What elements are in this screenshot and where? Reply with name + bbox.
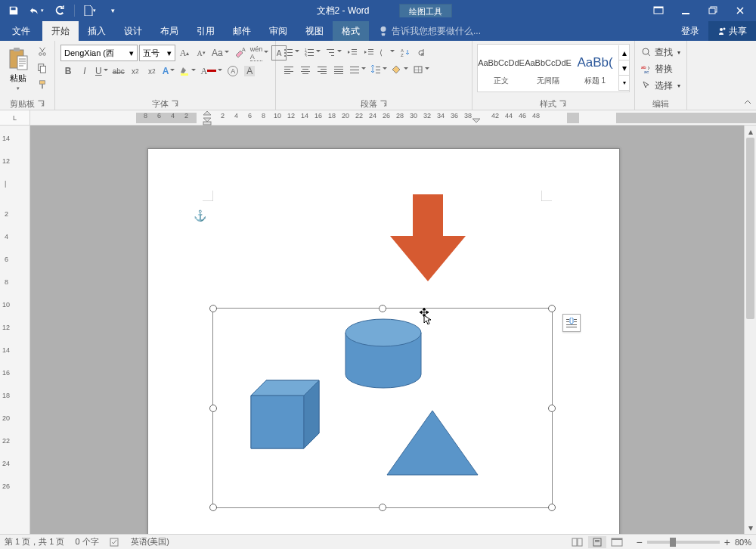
- vertical-ruler[interactable]: [0, 126, 30, 534]
- style-normal[interactable]: AaBbCcDdE正文: [478, 45, 525, 91]
- spellcheck-status[interactable]: [110, 538, 120, 547]
- qat-customize-button[interactable]: ▾: [102, 2, 123, 20]
- selection-box[interactable]: [212, 308, 553, 508]
- undo-button[interactable]: ▾: [26, 2, 47, 20]
- resize-handle-ne[interactable]: [548, 305, 556, 312]
- tab-file[interactable]: 文件: [0, 21, 42, 41]
- font-size-combo[interactable]: 五号▾: [139, 45, 175, 61]
- underline-button[interactable]: U: [94, 64, 110, 79]
- format-painter-button[interactable]: [35, 77, 50, 92]
- tab-insert[interactable]: 插入: [79, 21, 115, 41]
- web-layout-button[interactable]: [608, 536, 626, 548]
- save-button[interactable]: [3, 2, 24, 20]
- scroll-down-button[interactable]: ▾: [745, 522, 756, 534]
- resize-handle-sw[interactable]: [209, 504, 217, 511]
- resize-handle-se[interactable]: [548, 504, 556, 511]
- numbering-button[interactable]: 123: [302, 45, 322, 60]
- copy-button[interactable]: [35, 60, 50, 76]
- clear-format-button[interactable]: A: [232, 45, 247, 60]
- tab-view[interactable]: 视图: [296, 21, 333, 41]
- subscript-button[interactable]: x2: [128, 64, 143, 79]
- tab-mailings[interactable]: 邮件: [224, 21, 260, 41]
- resize-handle-n[interactable]: [379, 305, 386, 312]
- strikethrough-button[interactable]: abc: [111, 64, 126, 79]
- bullets-button[interactable]: [281, 45, 301, 60]
- tab-format[interactable]: 格式: [333, 21, 369, 41]
- change-case-button[interactable]: Aa: [210, 45, 231, 60]
- font-dialog-launcher[interactable]: [170, 99, 179, 108]
- bold-button[interactable]: B: [60, 64, 76, 79]
- style-heading1[interactable]: AaBb(标题 1: [572, 45, 618, 91]
- show-hide-button[interactable]: [414, 45, 429, 60]
- superscript-button[interactable]: x2: [144, 64, 160, 79]
- styles-scroll[interactable]: ▴▾▾: [618, 45, 629, 91]
- align-justify-button[interactable]: [331, 62, 346, 77]
- style-nospacing[interactable]: AaBbCcDdE无间隔: [525, 45, 572, 91]
- signin-button[interactable]: 登录: [672, 21, 708, 41]
- multilevel-button[interactable]: [324, 45, 343, 60]
- read-mode-button[interactable]: [569, 536, 587, 548]
- align-right-button[interactable]: [314, 62, 330, 77]
- vertical-scrollbar[interactable]: ▴ ▾: [744, 126, 756, 534]
- align-left-button[interactable]: [281, 62, 296, 77]
- font-family-combo[interactable]: DengXian (西▾: [60, 45, 138, 61]
- resize-handle-w[interactable]: [209, 405, 217, 412]
- distribute-button[interactable]: [348, 62, 367, 77]
- minimize-button[interactable]: [673, 2, 699, 20]
- text-effects-button[interactable]: A: [161, 64, 177, 79]
- resize-handle-nw[interactable]: [209, 305, 217, 312]
- page-number-status[interactable]: 第 1 页，共 1 页: [5, 536, 64, 547]
- select-button[interactable]: 选择▾: [638, 77, 683, 94]
- enclose-char-button[interactable]: A: [225, 64, 240, 79]
- resize-handle-e[interactable]: [548, 405, 556, 412]
- font-color-button[interactable]: A: [199, 64, 224, 79]
- scroll-up-button[interactable]: ▴: [745, 126, 756, 138]
- zoom-level[interactable]: 80%: [735, 538, 751, 547]
- styles-dialog-launcher[interactable]: [558, 99, 567, 108]
- collapse-ribbon-button[interactable]: [741, 96, 754, 108]
- new-doc-button[interactable]: ▾: [79, 2, 101, 20]
- cylinder-shape[interactable]: [338, 318, 429, 393]
- resize-handle-s[interactable]: [379, 504, 386, 511]
- paste-button[interactable]: 粘贴 ▾: [3, 42, 33, 95]
- tab-design[interactable]: 设计: [115, 21, 151, 41]
- replace-button[interactable]: abac替换: [638, 60, 676, 77]
- shading-button[interactable]: [390, 62, 410, 77]
- borders-button[interactable]: [411, 62, 431, 77]
- scroll-thumb[interactable]: [746, 138, 754, 319]
- tab-selector[interactable]: L: [0, 110, 30, 126]
- increase-indent-button[interactable]: [361, 45, 376, 60]
- zoom-in-button[interactable]: +: [724, 536, 730, 548]
- find-button[interactable]: 查找▾: [638, 44, 683, 60]
- down-arrow-shape[interactable]: [383, 194, 473, 281]
- word-count-status[interactable]: 0 个字: [75, 536, 98, 547]
- tab-references[interactable]: 引用: [187, 21, 224, 41]
- char-shading-button[interactable]: A: [242, 64, 257, 79]
- horizontal-ruler[interactable]: [30, 110, 756, 125]
- close-button[interactable]: [727, 2, 753, 20]
- asian-layout-button[interactable]: ⟨: [378, 45, 396, 60]
- zoom-slider[interactable]: [647, 541, 720, 544]
- grow-font-button[interactable]: A▴: [177, 45, 192, 60]
- print-layout-button[interactable]: [588, 536, 606, 548]
- document-viewport[interactable]: ⚓: [30, 126, 744, 534]
- language-status[interactable]: 英语(美国): [131, 536, 169, 547]
- clipboard-dialog-launcher[interactable]: [36, 99, 45, 108]
- tab-layout[interactable]: 布局: [151, 21, 187, 41]
- cut-button[interactable]: [35, 44, 50, 59]
- tab-review[interactable]: 审阅: [260, 21, 296, 41]
- shrink-font-button[interactable]: A▾: [194, 45, 209, 60]
- tell-me-search[interactable]: 告诉我您想要做什么...: [369, 21, 490, 41]
- styles-gallery[interactable]: AaBbCcDdE正文 AaBbCcDdE无间隔 AaBb(标题 1 ▴▾▾: [477, 44, 630, 92]
- triangle-shape[interactable]: [383, 407, 482, 479]
- redo-button[interactable]: [48, 2, 70, 20]
- decrease-indent-button[interactable]: [345, 45, 360, 60]
- highlight-button[interactable]: [178, 64, 197, 79]
- share-button[interactable]: 共享: [708, 21, 756, 41]
- ribbon-options-button[interactable]: [646, 2, 671, 20]
- phonetic-button[interactable]: wénA: [249, 45, 271, 60]
- line-spacing-button[interactable]: [369, 62, 389, 77]
- align-center-button[interactable]: [298, 62, 313, 77]
- sort-button[interactable]: AZ: [398, 45, 413, 60]
- layout-options-button[interactable]: [562, 314, 581, 332]
